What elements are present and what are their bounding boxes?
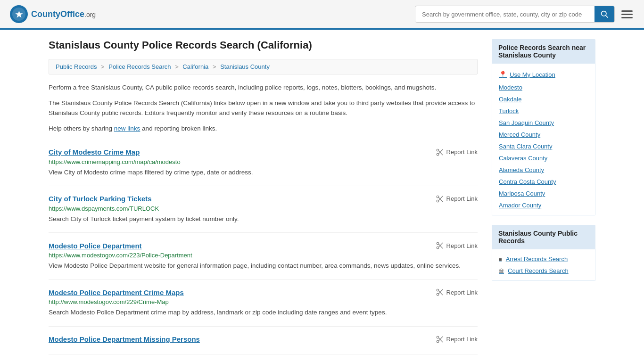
scissors-icon-2 bbox=[436, 241, 444, 250]
svg-line-4 bbox=[606, 16, 608, 17]
report-link-button-2[interactable]: Report Link bbox=[436, 241, 478, 250]
header-right bbox=[415, 6, 635, 23]
result-header-3: Modesto Police Department Crime Maps Rep… bbox=[49, 288, 478, 296]
result-header-2: Modesto Police Department Report Link bbox=[49, 241, 478, 250]
page-container: Stanislaus County Police Records Search … bbox=[39, 30, 605, 362]
report-link-label-3: Report Link bbox=[446, 289, 478, 296]
search-bar bbox=[415, 6, 615, 23]
breadcrumb-police-records-search[interactable]: Police Records Search bbox=[108, 63, 171, 70]
records-link-1[interactable]: 🏛Court Records Search bbox=[492, 265, 595, 277]
nearby-link-6[interactable]: Calaveras County bbox=[492, 152, 595, 164]
main-content: Stanislaus County Police Records Search … bbox=[49, 39, 478, 354]
nearby-link-3[interactable]: San Joaquin County bbox=[492, 117, 595, 129]
result-title-0[interactable]: City of Modesto Crime Map bbox=[49, 148, 140, 156]
nearby-link-5[interactable]: Santa Clara County bbox=[492, 140, 595, 152]
result-title-2[interactable]: Modesto Police Department bbox=[49, 242, 142, 250]
menu-line-2 bbox=[621, 14, 633, 15]
report-link-button-0[interactable]: Report Link bbox=[436, 148, 478, 156]
nearby-link-2[interactable]: Turlock bbox=[492, 105, 595, 117]
logo-text: CountyOffice.org bbox=[31, 9, 96, 19]
result-item: Modesto Police Department Missing Person… bbox=[49, 327, 478, 354]
nearby-link-8[interactable]: Contra Costa County bbox=[492, 176, 595, 188]
use-my-location-label: Use My Location bbox=[510, 71, 555, 78]
new-links-link[interactable]: new links bbox=[114, 125, 140, 132]
breadcrumb-california[interactable]: California bbox=[182, 63, 208, 70]
records-list: ■Arrest Records Search🏛Court Records Sea… bbox=[492, 249, 595, 281]
result-desc-1: Search City of Turlock ticket payment sy… bbox=[49, 214, 478, 224]
report-link-label-2: Report Link bbox=[446, 242, 478, 249]
scissors-icon-0 bbox=[436, 148, 444, 156]
breadcrumb-sep-3: > bbox=[213, 63, 216, 70]
report-link-button-3[interactable]: Report Link bbox=[436, 288, 478, 296]
rec-icon-1: 🏛 bbox=[499, 268, 504, 274]
nearby-link-7[interactable]: Alameda County bbox=[492, 164, 595, 176]
result-item: City of Modesto Crime Map Report Link ht… bbox=[49, 140, 478, 186]
records-section: Stanislaus County Public Records ■Arrest… bbox=[492, 225, 595, 281]
desc-3-prefix: Help others by sharing bbox=[49, 125, 114, 132]
menu-button[interactable] bbox=[619, 8, 635, 20]
result-desc-3: Search Modesto Police Department crime m… bbox=[49, 308, 478, 317]
sidebar: Police Records Search near Stanislaus Co… bbox=[492, 39, 595, 354]
search-icon bbox=[601, 10, 608, 18]
result-url-0[interactable]: https://www.crimemapping.com/map/ca/mode… bbox=[49, 158, 478, 165]
report-link-button-4[interactable]: Report Link bbox=[436, 335, 478, 344]
report-link-label-1: Report Link bbox=[446, 195, 478, 202]
records-link-0[interactable]: ■Arrest Records Search bbox=[492, 253, 595, 265]
result-header-0: City of Modesto Crime Map Report Link bbox=[49, 148, 478, 156]
report-link-label-4: Report Link bbox=[446, 336, 478, 343]
site-header: ★ CountyOffice.org bbox=[0, 0, 644, 30]
results-container: City of Modesto Crime Map Report Link ht… bbox=[49, 140, 478, 354]
breadcrumb-sep-2: > bbox=[175, 63, 179, 70]
desc-3: Help others by sharing new links and rep… bbox=[49, 124, 478, 134]
desc-3-suffix: and reporting broken links. bbox=[140, 125, 217, 132]
result-item: City of Turlock Parking Tickets Report L… bbox=[49, 186, 478, 233]
use-my-location[interactable]: 📍 Use My Location bbox=[492, 67, 595, 82]
nearby-link-10[interactable]: Amador County bbox=[492, 199, 595, 211]
menu-line-1 bbox=[621, 10, 633, 12]
page-title: Stanislaus County Police Records Search … bbox=[49, 39, 478, 51]
breadcrumb-public-records[interactable]: Public Records bbox=[56, 63, 97, 70]
nearby-section: Police Records Search near Stanislaus Co… bbox=[492, 39, 595, 215]
result-title-4[interactable]: Modesto Police Department Missing Person… bbox=[49, 335, 200, 343]
result-item: Modesto Police Department Crime Maps Rep… bbox=[49, 280, 478, 326]
result-title-1[interactable]: City of Turlock Parking Tickets bbox=[49, 195, 152, 203]
result-url-2[interactable]: https://www.modestogov.com/223/Police-De… bbox=[49, 252, 478, 259]
result-title-3[interactable]: Modesto Police Department Crime Maps bbox=[49, 288, 184, 296]
logo-area[interactable]: ★ CountyOffice.org bbox=[9, 5, 96, 24]
nearby-links-container: ModestoOakdaleTurlockSan Joaquin CountyM… bbox=[492, 82, 595, 211]
pin-icon: 📍 bbox=[499, 71, 507, 78]
scissors-icon-4 bbox=[436, 335, 444, 344]
breadcrumb: Public Records > Police Records Search >… bbox=[49, 59, 478, 74]
report-link-label-0: Report Link bbox=[446, 148, 478, 156]
result-header-1: City of Turlock Parking Tickets Report L… bbox=[49, 195, 478, 203]
scissors-icon-1 bbox=[436, 195, 444, 203]
nearby-header: Police Records Search near Stanislaus Co… bbox=[492, 39, 595, 64]
records-links-container: ■Arrest Records Search🏛Court Records Sea… bbox=[492, 253, 595, 277]
desc-1: Perform a free Stanislaus County, CA pub… bbox=[49, 83, 478, 93]
nearby-link-0[interactable]: Modesto bbox=[492, 82, 595, 93]
records-header: Stanislaus County Public Records bbox=[492, 225, 595, 249]
breadcrumb-stanislaus-county[interactable]: Stanislaus County bbox=[220, 63, 270, 70]
nearby-link-1[interactable]: Oakdale bbox=[492, 93, 595, 105]
scissors-icon-3 bbox=[436, 288, 444, 296]
search-input[interactable] bbox=[415, 7, 594, 22]
nearby-link-9[interactable]: Mariposa County bbox=[492, 188, 595, 199]
logo-icon: ★ bbox=[9, 5, 28, 24]
nearby-list: 📍 Use My Location ModestoOakdaleTurlockS… bbox=[492, 64, 595, 215]
report-link-button-1[interactable]: Report Link bbox=[436, 195, 478, 203]
result-desc-0: View City of Modesto crime maps filtered… bbox=[49, 168, 478, 177]
result-item: Modesto Police Department Report Link ht… bbox=[49, 233, 478, 280]
breadcrumb-sep-1: > bbox=[101, 63, 105, 70]
search-button[interactable] bbox=[594, 6, 614, 22]
svg-text:★: ★ bbox=[15, 10, 23, 19]
desc-2: The Stanislaus County Police Records Sea… bbox=[49, 99, 478, 118]
menu-line-3 bbox=[621, 17, 633, 18]
rec-icon-0: ■ bbox=[499, 256, 502, 262]
nearby-link-4[interactable]: Merced County bbox=[492, 129, 595, 140]
result-header-4: Modesto Police Department Missing Person… bbox=[49, 335, 478, 344]
result-url-3[interactable]: http://www.modestogov.com/229/Crime-Map bbox=[49, 298, 478, 305]
result-desc-2: View Modesto Police Department website f… bbox=[49, 261, 478, 271]
result-url-1[interactable]: https://www.dspayments.com/TURLOCK bbox=[49, 205, 478, 212]
